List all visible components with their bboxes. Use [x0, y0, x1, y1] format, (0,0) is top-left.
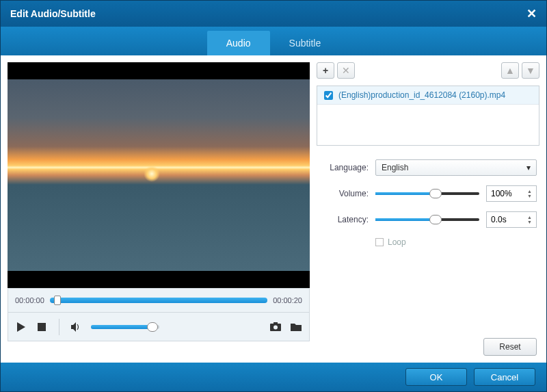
player-controls: [8, 313, 310, 341]
track-checkbox[interactable]: [324, 91, 333, 100]
tab-subtitle[interactable]: Subtitle: [270, 31, 341, 55]
tab-audio[interactable]: Audio: [207, 31, 270, 55]
settings-group: Language: English ▾ Volume: 100% ▲▼: [317, 153, 539, 254]
language-label: Language:: [319, 163, 369, 172]
latency-spinner[interactable]: 0.0s ▲▼: [486, 211, 537, 228]
svg-rect-0: [38, 323, 46, 331]
video-preview: [8, 62, 310, 288]
volume-slider[interactable]: [91, 325, 159, 329]
folder-icon[interactable]: [290, 321, 302, 333]
dialog-footer: OK Cancel: [1, 363, 546, 391]
tab-bar: Audio Subtitle: [1, 27, 546, 55]
video-frame: [8, 79, 310, 271]
move-up-button[interactable]: ▲: [501, 62, 519, 79]
timeline-slider[interactable]: [50, 298, 267, 303]
volume-row: Volume: 100% ▲▼: [319, 185, 537, 202]
latency-label: Latency:: [319, 215, 369, 224]
move-down-button[interactable]: ▼: [522, 62, 539, 79]
track-toolbar: + ✕ ▲ ▼: [317, 62, 539, 79]
latency-row: Latency: 0.0s ▲▼: [319, 211, 537, 228]
content-area: 00:00:00 00:00:20: [1, 55, 546, 363]
timeline-handle[interactable]: [54, 296, 61, 305]
volume-label: Volume:: [319, 189, 369, 198]
titlebar: Edit Audio/Subtitle ✕: [1, 1, 546, 27]
time-current: 00:00:00: [15, 296, 44, 304]
close-icon[interactable]: ✕: [526, 6, 537, 21]
separator: [59, 319, 59, 335]
loop-checkbox[interactable]: [375, 238, 384, 246]
svg-rect-2: [274, 322, 278, 324]
language-row: Language: English ▾: [319, 159, 537, 176]
track-item[interactable]: (English)production_id_4612084 (2160p).m…: [317, 86, 539, 105]
volume-handle[interactable]: [147, 322, 158, 332]
play-icon[interactable]: [15, 321, 27, 333]
snapshot-icon[interactable]: [269, 321, 282, 333]
latency-handle[interactable]: [429, 215, 442, 224]
reset-row: Reset: [317, 338, 539, 356]
language-select[interactable]: English ▾: [375, 159, 537, 176]
svg-point-3: [274, 326, 278, 330]
reset-button[interactable]: Reset: [483, 338, 537, 356]
volume-setting-slider[interactable]: [375, 192, 479, 195]
edit-audio-subtitle-dialog: Edit Audio/Subtitle ✕ Audio Subtitle 00:…: [0, 0, 547, 392]
volume-spinner[interactable]: 100% ▲▼: [486, 185, 537, 202]
stop-icon[interactable]: [36, 321, 48, 333]
volume-setting-handle[interactable]: [429, 189, 442, 198]
audio-settings-panel: + ✕ ▲ ▼ (English)production_id_4612084 (…: [317, 62, 539, 356]
ok-button[interactable]: OK: [405, 368, 467, 386]
chevron-down-icon: ▾: [526, 163, 531, 172]
track-label: (English)production_id_4612084 (2160p).m…: [338, 90, 505, 100]
latency-slider[interactable]: [375, 218, 479, 221]
speaker-icon[interactable]: [70, 321, 83, 333]
loop-row: Loop: [375, 237, 537, 247]
remove-track-button[interactable]: ✕: [337, 62, 355, 79]
timeline: 00:00:00 00:00:20: [8, 288, 310, 313]
add-track-button[interactable]: +: [317, 62, 334, 79]
window-title: Edit Audio/Subtitle: [10, 8, 96, 19]
cancel-button[interactable]: Cancel: [474, 368, 535, 386]
loop-label: Loop: [388, 237, 406, 247]
time-total: 00:00:20: [273, 296, 302, 304]
video-panel: 00:00:00 00:00:20: [8, 62, 310, 356]
track-list: (English)production_id_4612084 (2160p).m…: [317, 86, 539, 146]
